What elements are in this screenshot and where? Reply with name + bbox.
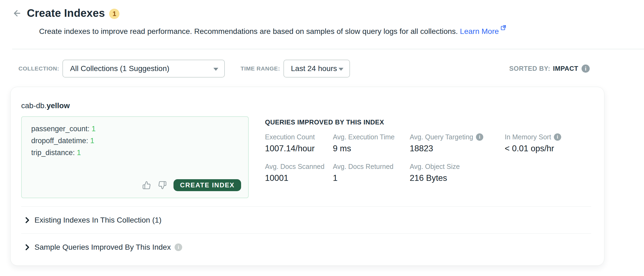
sample-queries-info-icon[interactable]: i [175,243,182,251]
queries-improved-panel: QUERIES IMPROVED BY THIS INDEX Execution… [265,116,591,198]
stat-label: Avg. Docs Scanned [265,163,324,171]
index-field-key: passenger_count: [31,125,91,133]
stat-label: Avg. Docs Returned [333,163,393,171]
stat-in-memory-sort: In Memory Sorti < 0.01 ops/hr [505,133,591,153]
page-subtitle: Create indexes to improve read performan… [39,24,644,36]
suggestion-count-badge: 1 [109,9,119,19]
chevron-right-icon [23,216,31,224]
query-targeting-info-icon[interactable]: i [476,133,483,141]
existing-indexes-section-label: Existing Indexes In This Collection (1) [34,216,162,224]
time-range-select[interactable]: Last 24 hours [283,60,350,78]
index-field-key: trip_distance: [31,149,77,157]
stats-grid: Execution Count 1007.14/hour Avg. Execut… [265,133,591,183]
index-field-value: 1 [77,149,81,157]
stat-label: Execution Count [265,133,315,141]
stat-value: 18823 [410,144,505,153]
filter-bar: COLLECTION: All Collections (1 Suggestio… [0,60,644,78]
index-suggestion-card: cab-db.yellow passenger_count: 1 dropoff… [10,87,604,266]
stat-value: < 0.01 ops/hr [505,144,591,153]
sorted-by: SORTED BY: IMPACT i [509,65,590,73]
stat-value: 216 Bytes [410,173,505,183]
caret-down-icon [339,68,343,71]
sorted-by-label: SORTED BY: [509,65,550,72]
stat-value: 10001 [265,173,333,183]
page-title: Create Indexes [27,7,105,19]
thumbs-down-icon [158,181,167,190]
learn-more-link[interactable]: Learn More [460,27,499,36]
arrow-left-icon [12,9,22,18]
stat-avg-docs-returned: Avg. Docs Returned 1 [333,163,410,183]
index-field-line: trip_distance: 1 [31,147,241,159]
time-range-select-value: Last 24 hours [291,64,337,73]
stat-label: Avg. Query Targeting [410,133,473,141]
stat-label: Avg. Execution Time [333,133,394,141]
header-divider [12,49,644,49]
stat-value: 1 [333,173,410,183]
sorted-by-value: IMPACT [553,65,578,72]
index-field-line: passenger_count: 1 [31,123,241,135]
thumbs-up-button[interactable] [142,181,151,190]
index-field-value: 1 [91,125,96,133]
stat-value: 9 ms [333,144,410,153]
index-field-line: dropoff_datetime: 1 [31,135,241,147]
caret-down-icon [213,68,218,71]
stat-avg-docs-scanned: Avg. Docs Scanned 10001 [265,163,333,183]
index-field-value: 1 [90,137,94,145]
thumbs-up-icon [142,181,151,190]
stat-value: 1007.14/hour [265,144,333,153]
sorted-by-info-icon[interactable]: i [582,65,590,73]
external-link-icon[interactable] [500,24,506,33]
back-button[interactable] [12,8,22,18]
in-memory-sort-info-icon[interactable]: i [554,133,561,141]
create-index-button[interactable]: CREATE INDEX [173,179,241,191]
sample-queries-section-label: Sample Queries Improved By This Index [34,243,171,252]
stat-avg-execution-time: Avg. Execution Time 9 ms [333,133,410,153]
stat-label: Avg. Object Size [410,163,460,171]
collection-select-value: All Collections (1 Suggestion) [70,64,169,73]
chevron-right-icon [23,243,31,251]
collection-filter-label: COLLECTION: [18,65,59,72]
stats-heading: QUERIES IMPROVED BY THIS INDEX [265,118,591,126]
stat-label: In Memory Sort [505,133,551,141]
stat-avg-object-size: Avg. Object Size 216 Bytes [410,163,505,183]
collection-select[interactable]: All Collections (1 Suggestion) [62,60,225,78]
namespace-database: cab-db. [21,101,46,110]
namespace-collection: yellow [46,101,70,110]
index-field-key: dropoff_datetime: [31,137,90,145]
time-range-filter-label: TIME RANGE: [241,65,280,72]
existing-indexes-section-toggle[interactable]: Existing Indexes In This Collection (1) [21,207,591,234]
stat-avg-query-targeting: Avg. Query Targetingi 18823 [410,133,505,153]
thumbs-down-button[interactable] [158,181,167,190]
page-header: Create Indexes 1 Create indexes to impro… [0,0,644,49]
namespace: cab-db.yellow [21,101,591,110]
suggested-index-definition: passenger_count: 1 dropoff_datetime: 1 t… [21,116,249,198]
subtitle-text: Create indexes to improve read performan… [39,27,458,36]
sample-queries-section-toggle[interactable]: Sample Queries Improved By This Index i [21,234,591,261]
stat-execution-count: Execution Count 1007.14/hour [265,133,333,153]
